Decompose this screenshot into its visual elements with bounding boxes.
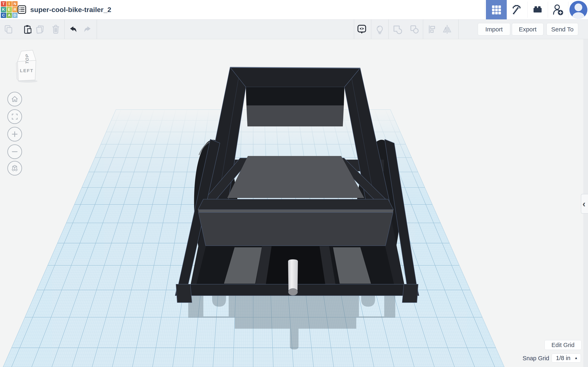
export-button[interactable]: Export <box>512 23 544 35</box>
invite-collaborator-button[interactable] <box>548 0 568 19</box>
toolbar-separator <box>458 20 459 39</box>
toolbar-separator <box>388 20 389 39</box>
chevron-left-icon: ‹ <box>582 199 586 209</box>
view-cube-front-label: LEFT <box>20 68 34 73</box>
snap-grid-label: Snap Grid <box>519 355 549 362</box>
trash-icon <box>51 24 61 34</box>
dashboard-grid-button[interactable] <box>486 0 507 19</box>
send-to-button[interactable]: Send To <box>546 23 578 35</box>
edit-grid-button[interactable]: Edit Grid <box>545 340 581 350</box>
redo-icon <box>83 24 93 34</box>
view-cube-top-label: TOP <box>25 53 29 64</box>
logo-tile: A <box>7 13 12 18</box>
align-button[interactable] <box>426 23 438 35</box>
duplicate-icon <box>35 24 45 34</box>
zoom-out-button[interactable] <box>7 144 22 159</box>
zoom-in-button[interactable] <box>7 127 22 142</box>
add-person-icon <box>552 4 564 16</box>
logo-tile: E <box>7 7 12 12</box>
logo-tile: T <box>1 1 6 7</box>
panel-expand-handle[interactable]: ‹ <box>581 194 588 214</box>
group-icon <box>392 24 403 35</box>
avatar[interactable] <box>570 1 587 19</box>
logo-tile: C <box>1 13 6 18</box>
copy-button[interactable] <box>2 23 15 35</box>
mirror-button[interactable] <box>441 23 453 35</box>
delete-button[interactable] <box>50 23 62 35</box>
lightbulb-icon <box>375 24 385 34</box>
snap-grid-value: 1/8 in <box>556 355 571 361</box>
toolbar-separator <box>371 20 371 39</box>
undo-button[interactable] <box>67 23 79 35</box>
header-separator <box>484 2 485 18</box>
copy-icon <box>3 24 14 34</box>
home-icon <box>10 95 19 104</box>
paste-icon <box>22 24 33 34</box>
fit-view-icon <box>10 112 19 121</box>
import-button[interactable]: Import <box>478 23 510 35</box>
redo-button[interactable] <box>82 23 94 35</box>
toolbar-separator <box>64 20 65 39</box>
duplicate-button[interactable] <box>34 23 46 35</box>
logo-tile: D <box>12 13 17 18</box>
pickaxe-icon <box>511 4 523 16</box>
paste-button[interactable] <box>21 23 34 35</box>
eye-bubble-icon <box>356 24 367 35</box>
group-button[interactable] <box>391 23 403 35</box>
design-properties-icon[interactable] <box>17 5 26 14</box>
person-silhouette-icon <box>570 1 587 19</box>
align-icon <box>427 24 437 34</box>
show-all-button[interactable] <box>356 23 368 35</box>
undo-icon <box>68 24 78 34</box>
header-separator <box>568 2 568 18</box>
plus-icon <box>10 130 19 139</box>
app-header: T I N K E R C A D super-cool-bike-traile… <box>0 0 588 20</box>
snap-grid-dropdown[interactable]: 1/8 in ▲ <box>552 354 581 363</box>
minecraft-editor-button[interactable] <box>507 0 527 19</box>
logo-tile: I <box>7 1 12 7</box>
lego-brick-icon <box>532 4 544 16</box>
grid-icon <box>490 3 503 16</box>
toolbar-separator <box>96 20 97 39</box>
fit-view-button[interactable] <box>7 109 22 124</box>
brick-editor-button[interactable] <box>527 0 548 19</box>
logo-tile: N <box>12 1 17 7</box>
perspective-toggle-button[interactable] <box>7 161 22 175</box>
logo-tile: R <box>12 7 17 12</box>
mirror-icon <box>442 24 452 35</box>
toolbar-separator <box>423 20 423 39</box>
ungroup-icon <box>409 24 420 35</box>
light-view-button[interactable] <box>374 23 386 35</box>
minus-icon <box>10 147 19 156</box>
view-cube[interactable]: TOP LEFT <box>10 46 44 86</box>
toolbar-separator <box>354 20 354 39</box>
caret-up-icon: ▲ <box>574 356 578 360</box>
home-view-button[interactable] <box>7 92 22 106</box>
3d-viewport[interactable] <box>0 0 588 367</box>
perspective-cube-icon <box>10 164 19 173</box>
logo-tile: K <box>1 7 6 12</box>
design-title[interactable]: super-cool-bike-trailer_2 <box>30 0 111 19</box>
ungroup-button[interactable] <box>408 23 421 35</box>
edit-toolbar: Import Export Send To <box>0 20 588 39</box>
